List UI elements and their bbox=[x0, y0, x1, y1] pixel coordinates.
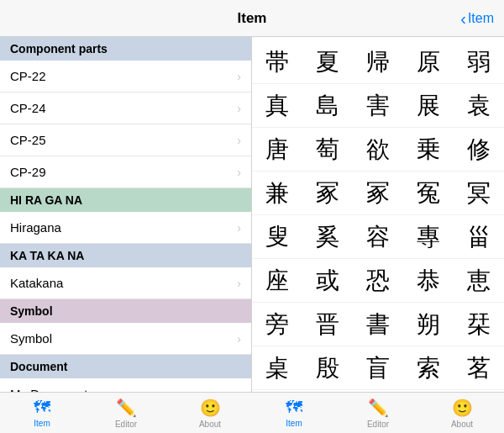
tab-label: Editor bbox=[367, 420, 389, 429]
char-cell[interactable]: 島 bbox=[302, 84, 353, 128]
char-cell[interactable]: 書 bbox=[353, 303, 403, 346]
section-header-hiragana: HI RA GA NA bbox=[0, 188, 251, 212]
tab-label: About bbox=[451, 420, 473, 429]
chevron-right-icon: › bbox=[237, 102, 241, 115]
list-item-cp29[interactable]: CP-29 › bbox=[0, 156, 251, 188]
list-item-label: CP-22 bbox=[10, 69, 46, 83]
char-cell[interactable]: 恵 bbox=[454, 259, 504, 303]
back-button[interactable]: ‹ Item bbox=[460, 9, 494, 29]
char-cell[interactable]: 恭 bbox=[403, 259, 454, 303]
header: Item ‹ Item bbox=[0, 0, 504, 37]
char-cell[interactable]: 冤 bbox=[403, 172, 454, 215]
char-cell[interactable]: 殷 bbox=[302, 346, 353, 390]
char-cell[interactable]: 叟 bbox=[252, 215, 302, 259]
list-item-symbol[interactable]: Symbol › bbox=[0, 323, 251, 355]
char-cell[interactable]: 冥 bbox=[454, 172, 504, 215]
chevron-right-icon: › bbox=[237, 166, 241, 179]
tab-about-left[interactable]: 🙂 About bbox=[168, 393, 252, 433]
header-right[interactable]: ‹ Item bbox=[460, 0, 504, 37]
char-cell[interactable]: 兼 bbox=[252, 172, 302, 215]
editor-icon-right: ✏️ bbox=[368, 398, 389, 418]
editor-icon: ✏️ bbox=[116, 398, 137, 418]
char-cell[interactable]: 甾 bbox=[454, 215, 504, 259]
list-item-cp24[interactable]: CP-24 › bbox=[0, 92, 251, 124]
tab-bar: 🗺 Item ✏️ Editor 🙂 About 🗺 Item ✏️ Edito… bbox=[0, 392, 504, 433]
char-cell[interactable]: 袁 bbox=[454, 84, 504, 128]
tab-about-right[interactable]: 🙂 About bbox=[420, 393, 504, 433]
char-cell[interactable]: 冢 bbox=[353, 172, 403, 215]
char-cell[interactable]: 桌 bbox=[252, 346, 302, 390]
list-item-hiragana[interactable]: Hiragana › bbox=[0, 212, 251, 244]
back-label: Item bbox=[468, 11, 494, 26]
char-cell[interactable]: 索 bbox=[403, 346, 454, 390]
map-icon: 🗺 bbox=[34, 398, 50, 417]
list-item-cp25[interactable]: CP-25 › bbox=[0, 124, 251, 156]
header-title: Item bbox=[238, 10, 267, 27]
char-cell[interactable]: 容 bbox=[353, 215, 403, 259]
char-cell[interactable]: 弱 bbox=[454, 40, 504, 84]
char-cell[interactable]: 栞 bbox=[454, 303, 504, 346]
right-panel: 帯夏帰原弱真島害展袁唐萄欲乗修兼冢冢冤冥叟奚容專甾座或恐恭恵旁晋書朔栞桌殷盲索茗 bbox=[252, 37, 504, 392]
char-cell[interactable]: 夏 bbox=[302, 40, 353, 84]
chevron-left-icon: ‹ bbox=[460, 9, 466, 29]
about-icon: 🙂 bbox=[200, 398, 221, 418]
character-grid: 帯夏帰原弱真島害展袁唐萄欲乗修兼冢冢冤冥叟奚容專甾座或恐恭恵旁晋書朔栞桌殷盲索茗 bbox=[252, 40, 504, 390]
char-cell[interactable]: 帰 bbox=[353, 40, 403, 84]
char-cell[interactable]: 萄 bbox=[302, 128, 353, 172]
char-cell[interactable]: 茗 bbox=[454, 346, 504, 390]
char-cell[interactable]: 座 bbox=[252, 259, 302, 303]
char-cell[interactable]: 欲 bbox=[353, 128, 403, 172]
char-cell[interactable]: 朔 bbox=[403, 303, 454, 346]
char-cell[interactable]: 原 bbox=[403, 40, 454, 84]
list-item-cp22[interactable]: CP-22 › bbox=[0, 61, 251, 92]
char-cell[interactable]: 害 bbox=[353, 84, 403, 128]
section-header-katakana: KA TA KA NA bbox=[0, 244, 251, 267]
char-cell[interactable]: 晋 bbox=[302, 303, 353, 346]
char-cell[interactable]: 恐 bbox=[353, 259, 403, 303]
char-cell[interactable]: 帯 bbox=[252, 40, 302, 84]
section-header-component-parts: Component parts bbox=[0, 37, 251, 61]
chevron-right-icon: › bbox=[237, 277, 241, 290]
char-cell[interactable]: 旁 bbox=[252, 303, 302, 346]
tab-editor-left[interactable]: ✏️ Editor bbox=[84, 393, 168, 433]
tab-label: About bbox=[199, 420, 221, 429]
list-item-katakana[interactable]: Katakana › bbox=[0, 267, 251, 299]
list-item-label: CP-24 bbox=[10, 101, 46, 115]
char-cell[interactable]: 冢 bbox=[302, 172, 353, 215]
chevron-right-icon: › bbox=[237, 134, 241, 147]
chevron-right-icon: › bbox=[237, 221, 241, 235]
map-icon-right: 🗺 bbox=[286, 398, 302, 417]
chevron-right-icon: › bbox=[237, 70, 241, 83]
char-cell[interactable]: 盲 bbox=[353, 346, 403, 390]
char-cell[interactable]: 乗 bbox=[403, 128, 454, 172]
section-header-document: Document bbox=[0, 355, 251, 378]
list-item-label: Symbol bbox=[10, 331, 52, 346]
about-icon-right: 🙂 bbox=[452, 398, 473, 418]
main-content: Component parts CP-22 › CP-24 › CP-25 › … bbox=[0, 37, 504, 392]
tab-item-left[interactable]: 🗺 Item bbox=[0, 393, 84, 433]
tab-label: Editor bbox=[115, 420, 137, 429]
char-cell[interactable]: 真 bbox=[252, 84, 302, 128]
tab-label: Item bbox=[34, 419, 50, 428]
char-cell[interactable]: 唐 bbox=[252, 128, 302, 172]
tab-label: Item bbox=[286, 419, 302, 428]
list-item-label: CP-25 bbox=[10, 133, 46, 147]
char-cell[interactable]: 展 bbox=[403, 84, 454, 128]
tab-editor-right[interactable]: ✏️ Editor bbox=[336, 393, 420, 433]
list-item-my-document[interactable]: My Document › bbox=[0, 378, 251, 392]
section-header-symbol: Symbol bbox=[0, 299, 251, 323]
tab-item-right[interactable]: 🗺 Item bbox=[252, 393, 336, 433]
char-cell[interactable]: 奚 bbox=[302, 215, 353, 259]
char-cell[interactable]: 修 bbox=[454, 128, 504, 172]
char-cell[interactable]: 專 bbox=[403, 215, 454, 259]
left-panel: Component parts CP-22 › CP-24 › CP-25 › … bbox=[0, 37, 252, 392]
list-item-label: CP-29 bbox=[10, 165, 46, 179]
list-item-label: Katakana bbox=[10, 276, 63, 290]
char-cell[interactable]: 或 bbox=[302, 259, 353, 303]
chevron-right-icon: › bbox=[237, 332, 241, 346]
list-item-label: Hiragana bbox=[10, 220, 61, 235]
